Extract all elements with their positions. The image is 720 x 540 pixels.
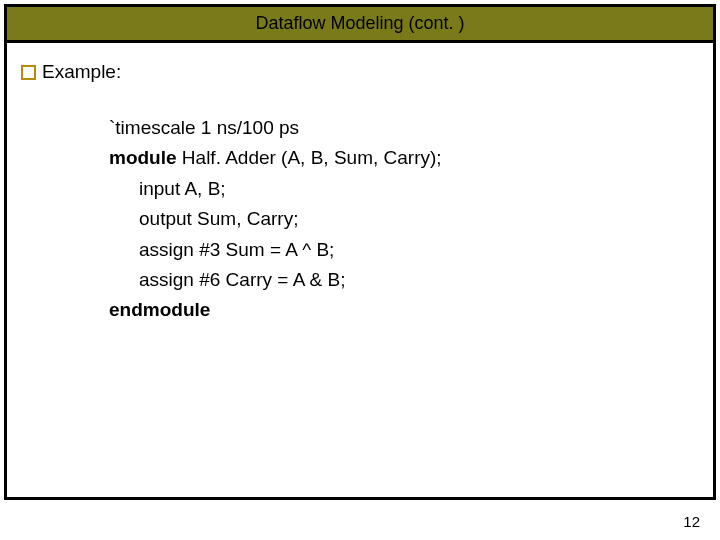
slide-title: Dataflow Modeling (cont. ) [255, 13, 464, 34]
title-bar: Dataflow Modeling (cont. ) [7, 7, 713, 43]
bullet-item: Example: [21, 61, 699, 83]
code-text: 1 ns/100 ps [201, 117, 299, 138]
code-block: `timescale 1 ns/100 ps module Half. Adde… [109, 113, 699, 326]
code-line-2: module Half. Adder (A, B, Sum, Carry); [109, 143, 699, 173]
square-bullet-icon [21, 65, 36, 80]
code-keyword: endmodule [109, 299, 210, 320]
code-line-3: input A, B; [109, 174, 699, 204]
code-keyword: output [139, 208, 197, 229]
code-line-4: output Sum, Carry; [109, 204, 699, 234]
code-keyword: module [109, 147, 182, 168]
slide-frame: Dataflow Modeling (cont. ) Example: `tim… [4, 4, 716, 500]
code-line-5: assign #3 Sum = A ^ B; [109, 235, 699, 265]
code-text: Half. Adder (A, B, Sum, Carry); [182, 147, 442, 168]
page-number: 12 [683, 513, 700, 530]
code-line-7: endmodule [109, 295, 699, 325]
code-text: A, B; [184, 178, 225, 199]
code-text: #3 Sum = A ^ B; [199, 239, 334, 260]
code-keyword: assign [139, 269, 199, 290]
code-text: Sum, Carry; [197, 208, 298, 229]
code-line-6: assign #6 Carry = A & B; [109, 265, 699, 295]
code-line-1: `timescale 1 ns/100 ps [109, 113, 699, 143]
slide-content: Example: `timescale 1 ns/100 ps module H… [7, 43, 713, 344]
code-keyword: input [139, 178, 184, 199]
code-keyword: assign [139, 239, 199, 260]
bullet-label: Example: [42, 61, 121, 83]
code-directive: `timescale [109, 117, 201, 138]
code-text: #6 Carry = A & B; [199, 269, 345, 290]
